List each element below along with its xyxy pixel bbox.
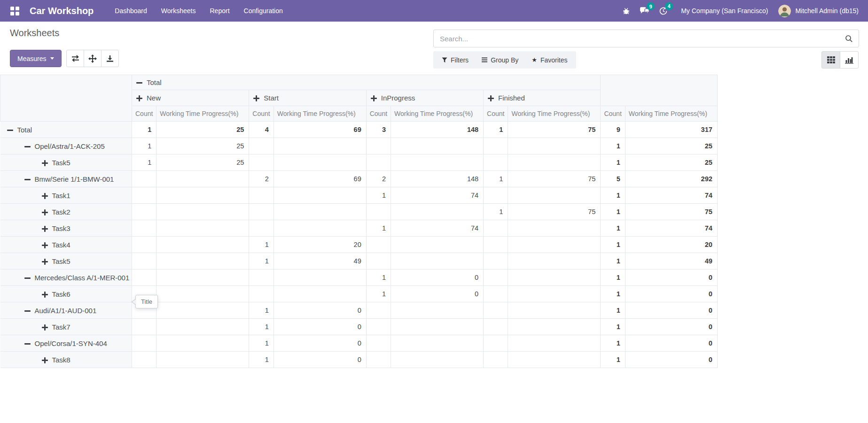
avatar[interactable]	[778, 5, 791, 17]
measure-header-progress[interactable]: Working Time Progress(%)	[508, 106, 601, 122]
col-header-total[interactable]: Total	[132, 75, 601, 90]
row-header[interactable]: Bmw/Serie 1/1-BMW-001	[0, 171, 132, 187]
row-header[interactable]: Mercedes/Class A/1-MER-001	[0, 269, 132, 286]
measure-header-progress[interactable]: Working Time Progress(%)	[274, 106, 366, 122]
pivot-cell	[274, 138, 366, 154]
pivot-cell	[484, 253, 508, 269]
expand-all-button[interactable]	[84, 50, 102, 67]
expand-icon	[253, 95, 259, 101]
row-header[interactable]: Total	[0, 122, 132, 138]
pivot-cell	[156, 352, 249, 368]
pivot-cell	[508, 237, 601, 253]
col-group-header-start[interactable]: Start	[249, 90, 366, 106]
pivot-cell: 1	[249, 253, 274, 269]
pivot-cell	[391, 302, 484, 319]
apps-grid-icon[interactable]	[10, 7, 19, 15]
row-header-label: Opel/Corsa/1-SYN-404	[35, 339, 107, 347]
nav-item-report[interactable]: Report	[203, 1, 237, 21]
pivot-cell	[366, 319, 391, 335]
pivot-cell: 75	[508, 122, 601, 138]
measure-header-count[interactable]: Count	[132, 106, 156, 122]
measure-header-count[interactable]: Count	[249, 106, 274, 122]
row-header[interactable]: Audi/A1/1-AUD-001	[0, 302, 132, 319]
row-header[interactable]: Task6	[0, 286, 132, 302]
pivot-cell: 1	[601, 352, 625, 368]
navbar-right: 9 4 My Company (San Francisco) Mitchell …	[618, 4, 861, 18]
pivot-cell	[156, 187, 249, 204]
pivot-cell	[391, 253, 484, 269]
pivot-cell	[132, 352, 156, 368]
col-group-header-finished[interactable]: Finished	[484, 90, 601, 106]
pivot-cell	[391, 335, 484, 352]
filters-button[interactable]: Filters	[435, 51, 475, 69]
row-header-label: Bmw/Serie 1/1-BMW-001	[35, 175, 114, 183]
measure-header-count[interactable]: Count	[601, 106, 625, 122]
row-header[interactable]: Task7	[0, 319, 132, 335]
pivot-cell	[249, 269, 274, 286]
pivot-cell	[484, 154, 508, 171]
company-switcher[interactable]: My Company (San Francisco)	[673, 7, 774, 15]
cell-tooltip: Title	[135, 295, 158, 308]
measure-header-progress[interactable]: Working Time Progress(%)	[391, 106, 484, 122]
pivot-cell	[484, 220, 508, 237]
col-group-label: Start	[264, 94, 279, 102]
row-header[interactable]: Task3	[0, 220, 132, 237]
collapse-icon	[24, 308, 31, 314]
pivot-cell: 74	[625, 187, 717, 204]
row-header-label: Task2	[52, 208, 70, 216]
expand-icon	[136, 95, 142, 101]
measure-header-progress[interactable]: Working Time Progress(%)	[625, 106, 717, 122]
measure-header-count[interactable]: Count	[484, 106, 508, 122]
pivot-view-button[interactable]	[821, 51, 840, 69]
pivot-cell: 0	[274, 335, 366, 352]
download-button[interactable]	[101, 50, 119, 67]
col-group-header-inprogress[interactable]: InProgress	[366, 90, 483, 106]
debug-bug-icon[interactable]	[618, 4, 635, 18]
expand-icon	[42, 193, 48, 199]
row-header-label: Audi/A1/1-AUD-001	[35, 307, 97, 315]
row-header[interactable]: Opel/Corsa/1-SYN-404	[0, 335, 132, 352]
nav-item-configuration[interactable]: Configuration	[237, 1, 290, 21]
row-header[interactable]: Task1	[0, 187, 132, 204]
pivot-cell	[484, 335, 508, 352]
pivot-cell: 3	[366, 122, 391, 138]
row-header[interactable]: Task2	[0, 204, 132, 220]
pivot-toolbar	[66, 50, 119, 67]
pivot-cell: 148	[391, 171, 484, 187]
nav-item-worksheets[interactable]: Worksheets	[154, 1, 203, 21]
favorites-button[interactable]: ★ Favorites	[525, 51, 574, 69]
group-by-button[interactable]: Group By	[475, 51, 525, 69]
nav-item-dashboard[interactable]: Dashboard	[108, 1, 154, 21]
pivot-cell	[132, 253, 156, 269]
measure-header-count[interactable]: Count	[366, 106, 391, 122]
row-header[interactable]: Task5	[0, 154, 132, 171]
row-header[interactable]: Task4	[0, 237, 132, 253]
search-icon[interactable]	[839, 35, 859, 43]
pivot-cell: 1	[601, 269, 625, 286]
flip-axis-button[interactable]	[66, 50, 84, 67]
collapse-icon	[24, 177, 31, 183]
col-header-grand-total	[601, 75, 717, 106]
row-header[interactable]: Opel/Astra/1-ACK-205	[0, 138, 132, 154]
row-header[interactable]: Task8	[0, 352, 132, 368]
search-box	[433, 30, 859, 47]
col-group-header-new[interactable]: New	[132, 90, 249, 106]
row-header[interactable]: Task5	[0, 253, 132, 269]
messages-icon[interactable]: 9	[635, 4, 654, 18]
user-menu[interactable]: Mitchell Admin (db15)	[791, 7, 861, 15]
measure-header-progress[interactable]: Working Time Progress(%)	[156, 106, 249, 122]
pivot-cell: 25	[156, 122, 249, 138]
pivot-cell	[156, 253, 249, 269]
pivot-cell: 75	[508, 171, 601, 187]
bar-chart-view-button[interactable]	[840, 51, 859, 69]
pivot-cell: 1	[601, 253, 625, 269]
pivot-cell	[274, 220, 366, 237]
measures-button[interactable]: Measures	[10, 50, 62, 67]
pivot-cell	[391, 237, 484, 253]
pivot-cell: 0	[625, 302, 717, 319]
search-input[interactable]	[434, 35, 839, 43]
pivot-cell: 1	[249, 352, 274, 368]
pivot-cell	[132, 319, 156, 335]
pivot-cell	[132, 237, 156, 253]
activities-clock-icon[interactable]: 4	[654, 4, 673, 18]
